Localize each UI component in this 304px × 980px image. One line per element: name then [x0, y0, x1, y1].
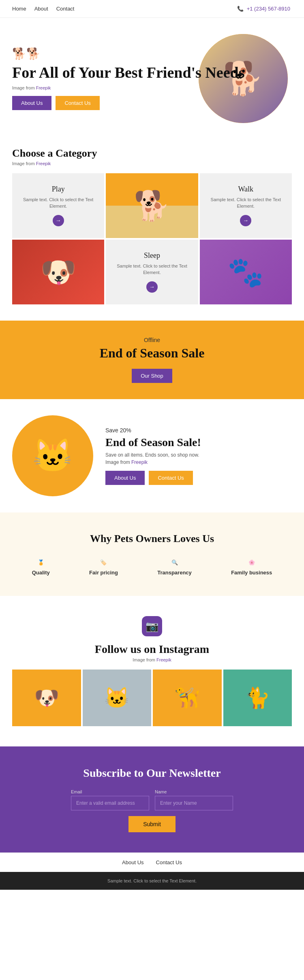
instagram-grid: 🐶 🐱 🦮 🐈 — [12, 670, 292, 726]
footer: Sample text. Click to select the Text El… — [0, 872, 304, 890]
name-input[interactable] — [155, 796, 233, 810]
why-family-label: Family business — [231, 570, 272, 576]
nav-home[interactable]: Home — [12, 6, 26, 12]
hero-title: For All of Your Best Friend's Needs — [12, 64, 292, 82]
save-freepik: Image from Freepik — [105, 459, 292, 465]
why-item-transparency: 🔍 Transparency — [157, 559, 192, 576]
name-label: Name — [155, 789, 167, 794]
nav-about[interactable]: About — [34, 6, 48, 12]
instagram-section: 📷 Follow us on Instagram Image from Free… — [0, 596, 304, 746]
nav-contact[interactable]: Contact — [56, 6, 75, 12]
family-icon: 🌸 — [248, 559, 255, 565]
bulldog-emoji: 🐶 — [40, 255, 77, 289]
nav-phone: 📞 +1 (234) 567-8910 — [237, 6, 292, 12]
category-play-desc: Sample text. Click to select the Text El… — [19, 197, 98, 209]
hero-freepik-link[interactable]: Freepik — [36, 85, 51, 90]
save-section: 🐱 Save 20% End of Season Sale! Save on a… — [0, 399, 304, 512]
category-image-golden: 🐾 — [200, 240, 292, 304]
category-walk-desc: Sample text. Click to select the Text El… — [206, 197, 285, 209]
save-desc: Save on all items. Ends soon, so shop no… — [105, 452, 292, 458]
category-sleep-desc: Sample text. Click to select the Text El… — [112, 263, 191, 276]
navbar: Home About Contact 📞 +1 (234) 567-8910 — [0, 0, 304, 18]
why-us-grid: 🏅 Quality 🏷️ Fair pricing 🔍 Transparency… — [12, 559, 292, 576]
cat-emoji: 🐱 — [32, 437, 73, 475]
category-walk: Walk Sample text. Click to select the Te… — [200, 173, 292, 238]
email-label: Email — [71, 789, 82, 794]
insta-image-3[interactable]: 🦮 — [153, 670, 222, 726]
category-play-title: Play — [52, 185, 65, 193]
save-about-button[interactable]: About Us — [105, 471, 145, 485]
footer-nav-about[interactable]: About Us — [122, 859, 143, 865]
footer-nav-contact[interactable]: Contact Us — [156, 859, 182, 865]
category-sleep-arrow[interactable]: → — [146, 281, 158, 293]
golden-emoji: 🐾 — [227, 255, 264, 289]
save-contact-button[interactable]: Contact Us — [149, 471, 193, 485]
name-group: Name — [155, 789, 233, 810]
hero-about-button[interactable]: About Us — [12, 96, 51, 110]
category-play: Play Sample text. Click to select the Te… — [12, 173, 104, 238]
save-freepik-link[interactable]: Freepik — [131, 459, 148, 465]
insta-image-4[interactable]: 🐈 — [223, 670, 292, 726]
categories-section: Choose a Category Image from Freepik Pla… — [0, 131, 304, 321]
hero-content: 🐕🐕 For All of Your Best Friend's Needs I… — [12, 47, 292, 110]
email-input[interactable] — [71, 796, 149, 810]
hero-buttons: About Us Contact Us — [12, 96, 292, 110]
quality-icon: 🏅 — [38, 559, 44, 565]
sale-banner-section: Offline End of Season Sale Our Shop — [0, 321, 304, 399]
save-percentage: Save 20% — [105, 427, 292, 434]
category-play-arrow[interactable]: → — [53, 215, 64, 226]
why-transparency-label: Transparency — [157, 570, 192, 576]
instagram-title: Follow us on Instagram — [12, 643, 292, 656]
why-us-title: Why Pets Owners Loves Us — [12, 533, 292, 545]
hero-logo-icon: 🐕🐕 — [12, 47, 292, 60]
sale-banner-title: End of Season Sale — [12, 346, 292, 361]
newsletter-section: Subscribe to Our Newsletter Email Name S… — [0, 746, 304, 852]
pricing-icon: 🏷️ — [100, 559, 107, 565]
category-image-bulldog: 🐶 — [12, 240, 104, 304]
our-shop-button[interactable]: Our Shop — [132, 369, 172, 383]
beagle-emoji: 🐕 — [134, 189, 170, 223]
insta-image-2[interactable]: 🐱 — [83, 670, 152, 726]
why-pricing-label: Fair pricing — [89, 570, 118, 576]
categories-freepik: Image from Freepik — [12, 161, 292, 166]
hero-section: 🐕🐕 For All of Your Best Friend's Needs I… — [0, 18, 304, 131]
why-quality-label: Quality — [32, 570, 50, 576]
hero-freepik: Image from Freepik — [12, 85, 292, 90]
newsletter-form-row: Email Name — [71, 789, 233, 810]
category-sleep: Sleep Sample text. Click to select the T… — [106, 240, 198, 304]
category-image-beagle: 🐕 — [106, 173, 198, 238]
why-item-quality: 🏅 Quality — [32, 559, 50, 576]
save-content: Save 20% End of Season Sale! Save on all… — [105, 427, 292, 485]
instagram-freepik: Image from Freepik — [12, 657, 292, 662]
instagram-freepik-link[interactable]: Freepik — [156, 657, 171, 662]
footer-nav: About Us Contact Us — [0, 852, 304, 872]
category-walk-title: Walk — [238, 185, 254, 193]
categories-title: Choose a Category — [12, 147, 292, 159]
save-cat-image: 🐱 — [12, 415, 93, 496]
newsletter-form: Email Name Submit — [71, 789, 233, 832]
categories-grid: Play Sample text. Click to select the Te… — [12, 173, 292, 304]
email-group: Email — [71, 789, 149, 810]
categories-freepik-link[interactable]: Freepik — [36, 161, 51, 166]
category-sleep-title: Sleep — [144, 251, 160, 260]
why-item-pricing: 🏷️ Fair pricing — [89, 559, 118, 576]
hero-contact-button[interactable]: Contact Us — [56, 96, 99, 110]
footer-text: Sample text. Click to select the Text El… — [12, 878, 292, 883]
category-walk-arrow[interactable]: → — [240, 215, 251, 226]
insta-image-1[interactable]: 🐶 — [12, 670, 81, 726]
instagram-icon: 📷 — [142, 616, 162, 636]
why-item-family: 🌸 Family business — [231, 559, 272, 576]
why-us-section: Why Pets Owners Loves Us 🏅 Quality 🏷️ Fa… — [0, 512, 304, 596]
sale-offline-label: Offline — [12, 337, 292, 343]
newsletter-title: Subscribe to Our Newsletter — [12, 767, 292, 780]
save-buttons: About Us Contact Us — [105, 471, 292, 485]
newsletter-submit-button[interactable]: Submit — [128, 816, 176, 832]
nav-links: Home About Contact — [12, 6, 74, 12]
save-title: End of Season Sale! — [105, 436, 292, 449]
phone-icon: 📞 — [237, 6, 244, 12]
transparency-icon: 🔍 — [171, 559, 178, 565]
